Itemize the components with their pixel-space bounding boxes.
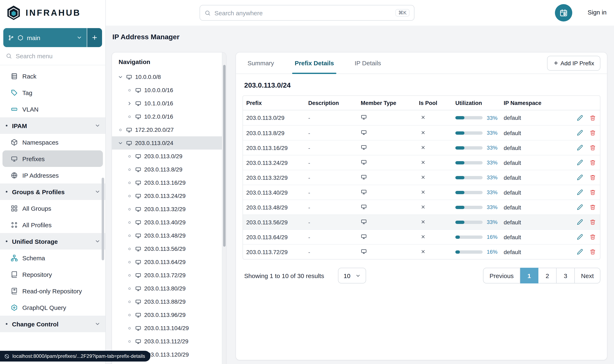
chevron-down-icon [95,189,100,195]
tree-node-label: 203.0.113.40/29 [144,219,185,226]
tree-node-203-0-113-48-29[interactable]: 203.0.113.48/29 [112,229,226,242]
page-button-3[interactable]: 3 [557,268,575,284]
pencil-icon[interactable] [577,189,583,195]
trash-icon[interactable] [590,204,596,210]
navigation-scrollbar-thumb[interactable] [223,65,226,247]
table-row[interactable]: 203.0.113.56/29-33%default [243,214,600,229]
circle-icon [128,234,131,237]
table-row[interactable]: 203.0.113.24/29-33%default [243,155,600,170]
sign-in-link[interactable]: Sign in [588,9,607,16]
trash-icon[interactable] [590,219,596,225]
page-button-next[interactable]: Next [575,268,600,284]
table-row[interactable]: 203.0.113.64/29-16%default [243,229,600,244]
page-button-1[interactable]: 1 [520,268,538,284]
sidebar-section-groups-profiles[interactable]: Groups & Profiles [0,183,105,200]
tree-node-203-0-113-112-29[interactable]: 203.0.113.112/29 [112,335,226,348]
pencil-icon[interactable] [577,159,583,166]
sidebar-item-tag[interactable]: Tag [0,84,105,101]
prefix-heading: 203.0.113.0/24 [243,81,600,90]
tree-node-203-0-113-104-29[interactable]: 203.0.113.104/29 [112,322,226,335]
sidebar-item-all-profiles[interactable]: All Profiles [0,217,105,233]
tree-node-203-0-113-0-29[interactable]: 203.0.113.0/29 [112,150,226,163]
pencil-icon[interactable] [577,234,583,240]
tab-prefix-details[interactable]: Prefix Details [292,52,336,74]
sidebar-item-prefixes[interactable]: Prefixes [2,150,103,167]
sidebar-section-change-control[interactable]: Change Control [0,316,105,332]
table-row[interactable]: 203.0.113.0/29-33%default [243,110,600,125]
utilization-bar-fill [455,176,464,179]
sidebar-item-graphql-query[interactable]: GraphQL Query [0,299,105,316]
brand[interactable]: INFRAHUB [0,0,105,26]
sidebar-item-namespaces[interactable]: Namespaces [0,134,105,150]
table-row[interactable]: 203.0.113.48/29-33%default [243,200,600,214]
tree-node-203-0-113-40-29[interactable]: 203.0.113.40/29 [112,216,226,229]
tree-node-203-0-113-16-29[interactable]: 203.0.113.16/29 [112,176,226,189]
trash-icon[interactable] [590,189,596,195]
pencil-icon[interactable] [577,115,583,121]
sidebar-item-vlan[interactable]: VLAN [0,101,105,117]
tree-node-203-0-113-64-29[interactable]: 203.0.113.64/29 [112,255,226,269]
trash-icon[interactable] [590,249,596,255]
tree-node-203-0-113-80-29[interactable]: 203.0.113.80/29 [112,282,226,295]
sidebar-item-schema[interactable]: Schema [0,249,105,266]
tab-ip-details[interactable]: IP Details [352,52,383,74]
pencil-icon[interactable] [577,174,583,181]
tree-node-203-0-113-56-29[interactable]: 203.0.113.56/29 [112,242,226,255]
sidebar-item-all-groups[interactable]: All Groups [0,200,105,217]
page-button-previous[interactable]: Previous [483,268,520,284]
sidebar-section-unified-storage[interactable]: Unified Storage [0,233,105,249]
tree-node-10-0-0-0-16[interactable]: 10.0.0.0/16 [112,83,226,97]
pencil-icon[interactable] [577,204,583,210]
tree-node-203-0-113-72-29[interactable]: 203.0.113.72/29 [112,269,226,282]
tree-node-10-2-0-0-16[interactable]: 10.2.0.0/16 [112,110,226,123]
tab-summary[interactable]: Summary [245,52,276,74]
global-search-input[interactable]: Search anywhere ⌘K [200,5,414,21]
prefix-icon [361,248,367,254]
sidebar-scrollbar-thumb[interactable] [102,178,104,260]
pencil-icon[interactable] [577,219,583,225]
trash-icon[interactable] [590,130,596,136]
pencil-icon[interactable] [577,249,583,255]
table-row[interactable]: 203.0.113.16/29-33%default [243,140,600,155]
tree-node-203-0-113-96-29[interactable]: 203.0.113.96/29 [112,308,226,322]
utilization-cell: 33% [452,115,500,121]
pencil-icon[interactable] [577,130,583,136]
table-row[interactable]: 203.0.113.72/29-16%default [243,244,600,259]
chevron-right-icon[interactable] [127,101,132,106]
trash-icon[interactable] [590,174,596,181]
table-row[interactable]: 203.0.113.32/29-33%default [243,170,600,185]
page-size-select[interactable]: 10 [338,268,366,284]
sidebar-item-rack[interactable]: Rack [0,68,105,84]
trash-icon[interactable] [590,159,596,166]
tree-node-10-0-0-0-8[interactable]: 10.0.0.0/8 [112,70,226,83]
trash-icon[interactable] [590,145,596,151]
pencil-icon[interactable] [577,145,583,151]
page-button-2[interactable]: 2 [538,268,557,284]
sidebar-section-ipam[interactable]: IPAM [0,117,105,134]
branch-dropdown[interactable]: main [3,28,87,47]
table-header-row: PrefixDescriptionMember TypeIs PoolUtili… [243,96,600,110]
table-row[interactable]: 203.0.113.8/29-33%default [243,125,600,140]
tree-node-10-1-0-0-16[interactable]: 10.1.0.0/16 [112,97,226,110]
menu-search-input[interactable]: Search menu [0,47,105,65]
utilization-bar-fill [455,250,460,253]
chevron-down-icon[interactable] [118,140,123,146]
chevron-down-icon[interactable] [118,74,123,79]
tree-node-172-20-20-0-27[interactable]: 172.20.20.0/27 [112,123,226,136]
sidebar-item-ip-addresses[interactable]: IP Addresses [0,167,105,183]
add-branch-button[interactable] [87,28,102,47]
tree-node-203-0-113-88-29[interactable]: 203.0.113.88/29 [112,295,226,308]
trash-icon[interactable] [590,115,596,121]
tree-node-203-0-113-24-29[interactable]: 203.0.113.24/29 [112,189,226,202]
sidebar-item-repository[interactable]: Repository [0,266,105,283]
sidebar-item-read-only-repository[interactable]: Read-only Repository [0,283,105,299]
add-ip-prefix-button[interactable]: Add IP Prefix [547,56,600,70]
trash-icon[interactable] [590,234,596,240]
x-mark-icon [421,219,426,224]
readonly-repository-icon [11,287,18,294]
tree-node-203-0-113-32-29[interactable]: 203.0.113.32/29 [112,202,226,216]
tree-node-203-0-113-8-29[interactable]: 203.0.113.8/29 [112,163,226,176]
time-travel-button[interactable] [555,4,572,22]
tree-node-203-0-113-0-24[interactable]: 203.0.113.0/24 [112,136,226,150]
table-row[interactable]: 203.0.113.40/29-33%default [243,185,600,200]
